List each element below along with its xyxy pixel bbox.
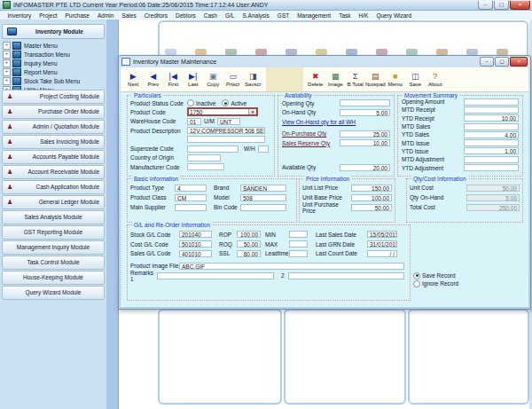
toolbar-button[interactable]: ▤ Notepad xyxy=(365,67,386,91)
module-button[interactable]: ♟ Purchase Order Module xyxy=(2,105,105,119)
module-button[interactable]: ♟ Project Costing Module xyxy=(2,90,105,104)
basic-info-field[interactable]: 4 xyxy=(175,185,207,192)
toolbar-button[interactable]: ■ Memo xyxy=(386,67,406,91)
module-button[interactable]: GST Reporting Module xyxy=(2,225,105,240)
toolbar-button[interactable]: ✖ Delete xyxy=(306,67,326,91)
gl-code-field[interactable]: 501010 xyxy=(179,240,212,248)
menu-item[interactable]: G/L xyxy=(221,12,238,19)
menu-item[interactable]: GST xyxy=(273,12,293,19)
module-button[interactable]: ♟ Account Receivable Module xyxy=(2,165,105,179)
movement-value-field[interactable] xyxy=(464,156,519,163)
close-button[interactable]: × xyxy=(510,1,530,10)
min-max-field[interactable] xyxy=(289,250,308,257)
wh-field[interactable] xyxy=(258,146,269,153)
movement-value-field[interactable]: 1.00 xyxy=(464,147,519,154)
product-code-combo[interactable]: 1750 xyxy=(187,107,258,116)
remarks1-field[interactable] xyxy=(157,272,274,279)
manufacturer-code-field[interactable] xyxy=(187,163,224,170)
minimize-button[interactable]: – xyxy=(478,1,493,10)
reorder-field[interactable]: 80.00 xyxy=(237,250,261,257)
sidebar-header-inventory-module[interactable]: Inventory Module xyxy=(2,24,105,39)
movement-value-field[interactable]: 4.00 xyxy=(464,131,519,138)
toolbar-button[interactable]: ▶ Next xyxy=(123,67,144,91)
dropdown-icon[interactable] xyxy=(248,109,256,114)
ignore-record-radio[interactable] xyxy=(413,280,420,287)
dialog-close-button[interactable]: × xyxy=(510,57,528,67)
product-image-file-field[interactable]: ABC.GIF xyxy=(179,263,404,270)
sales-reserve-qty-field[interactable]: 10.00 xyxy=(340,139,390,146)
module-button[interactable]: ♟ Sales Invoicing Module xyxy=(2,135,105,149)
gl-code-field[interactable]: 201040 xyxy=(179,231,212,238)
module-button[interactable]: House-Keeping Module xyxy=(2,271,105,285)
supercede-code-field[interactable] xyxy=(187,146,239,153)
module-button[interactable]: ♟ Cash Application Module xyxy=(2,180,105,194)
toolbar-button[interactable]: ◨ Savscr xyxy=(243,67,263,91)
on-hand-qty-field[interactable]: 5.00 xyxy=(340,109,390,116)
product-description-field[interactable]: 12V COMPRESSOR 508 SERIES xyxy=(187,127,265,134)
date-field[interactable]: / / xyxy=(367,250,397,257)
expand-icon[interactable] xyxy=(3,59,11,67)
price-field[interactable]: 100.00 xyxy=(351,194,392,201)
toolbar-button[interactable]: Σ B.Total xyxy=(346,67,366,91)
min-max-field[interactable] xyxy=(289,231,308,238)
menu-item[interactable]: Inventory xyxy=(4,12,35,19)
tree-item[interactable]: Report Menu xyxy=(3,67,105,76)
dialog-minimize-button[interactable]: – xyxy=(480,57,494,67)
movement-value-field[interactable] xyxy=(464,139,519,146)
movement-value-field[interactable] xyxy=(464,164,519,171)
module-button[interactable]: ♟ Admin / Quotation Module xyxy=(2,120,105,134)
tree-item[interactable]: Stock Take Sub Menu xyxy=(3,76,105,85)
available-qty-field[interactable]: 20.00 xyxy=(340,164,390,171)
menu-item[interactable]: H/K xyxy=(355,12,372,19)
basic-info-field[interactable]: 508 xyxy=(240,194,286,201)
active-radio[interactable] xyxy=(222,99,229,106)
movement-value-field[interactable] xyxy=(464,98,519,106)
tree-item[interactable]: Master Menu xyxy=(3,41,105,50)
basic-info-field[interactable] xyxy=(175,204,207,211)
view-on-hand-link[interactable]: View On-Hand qty for all WH xyxy=(282,119,356,125)
module-button[interactable]: ♟ Accounts Payable Module xyxy=(2,150,105,164)
movement-value-field[interactable]: 10.00 xyxy=(464,114,519,122)
module-button[interactable]: Query Wizard Module xyxy=(2,286,105,300)
toolbar-button[interactable]: ? About xyxy=(426,67,446,91)
date-field[interactable]: 15/05/2015 xyxy=(367,231,397,238)
module-button[interactable]: ♟ General Ledger Module xyxy=(2,195,105,209)
menu-item[interactable]: Management xyxy=(293,12,335,19)
expand-icon[interactable] xyxy=(3,51,11,59)
basic-info-field[interactable] xyxy=(240,204,286,211)
toolbar-button[interactable]: ◀ Prev xyxy=(144,67,164,91)
module-button[interactable]: Management Inquiry Module xyxy=(2,240,105,255)
tree-item[interactable]: Transaction Menu xyxy=(3,50,105,59)
menu-item[interactable]: Sales xyxy=(118,12,140,19)
expand-icon[interactable] xyxy=(3,42,11,50)
toolbar-button[interactable]: |◀ First xyxy=(163,67,184,91)
movement-value-field[interactable] xyxy=(464,106,519,114)
price-field[interactable]: 50.00 xyxy=(351,204,392,211)
module-button[interactable]: Task Control Module xyxy=(2,256,105,270)
tree-item[interactable]: Inquiry Menu xyxy=(3,59,105,67)
menu-item[interactable]: Query Wizard xyxy=(372,12,416,19)
basic-info-field[interactable]: SANDEN xyxy=(240,185,286,192)
basic-info-field[interactable]: CM xyxy=(175,194,207,201)
toolbar-button[interactable]: ▣ Copy xyxy=(203,67,223,91)
min-max-field[interactable] xyxy=(289,240,308,248)
menu-item[interactable]: Admin xyxy=(93,12,117,19)
opening-qty-field[interactable] xyxy=(340,99,390,106)
expand-icon[interactable] xyxy=(3,77,11,85)
product-description-line2-field[interactable] xyxy=(187,136,265,143)
reorder-field[interactable]: 50.00 xyxy=(237,240,261,248)
reorder-field[interactable]: 100.00 xyxy=(237,231,261,238)
gl-code-field[interactable]: 401010 xyxy=(179,250,212,257)
menu-item[interactable]: Purchase xyxy=(61,12,93,19)
on-purchase-qty-field[interactable]: 25.00 xyxy=(340,130,390,138)
toolbar-button[interactable]: ▭ Prtscr xyxy=(223,67,244,91)
save-record-radio[interactable] xyxy=(413,272,420,279)
menu-item[interactable]: Creditors xyxy=(140,12,171,19)
menu-item[interactable]: Project xyxy=(35,12,61,19)
toolbar-button[interactable]: ◫ Save xyxy=(405,67,426,91)
menu-item[interactable]: S.Analysis xyxy=(239,12,273,19)
toolbar-button[interactable]: ▦ Image xyxy=(325,67,346,91)
date-field[interactable]: 31/01/2015 xyxy=(367,240,397,248)
uom-field[interactable]: UNT xyxy=(217,118,240,125)
module-button[interactable]: Sales Analysis Module xyxy=(2,210,105,224)
